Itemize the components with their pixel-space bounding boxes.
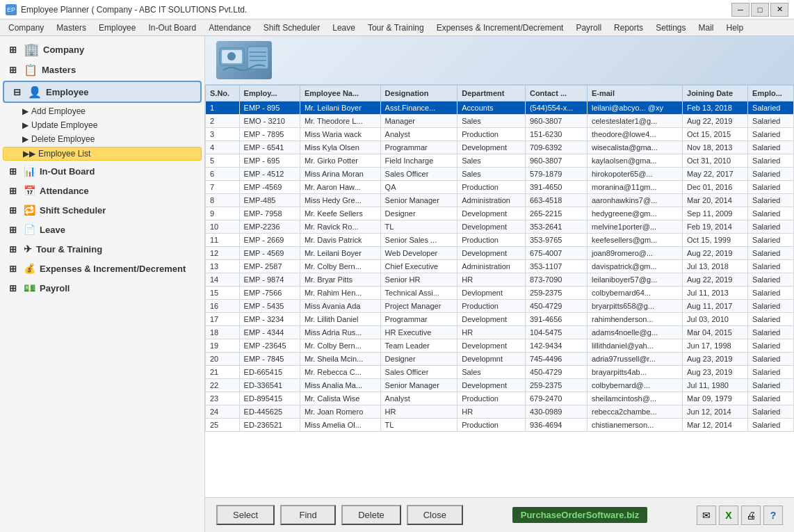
sidebar-item-employee[interactable]: ⊟ 👤 Employee (3, 81, 202, 103)
table-row[interactable]: 25ED-236521Miss Amelia Ol...TLProduction… (206, 419, 794, 432)
table-cell: lillithdaniel@yah... (587, 339, 682, 353)
sidebar-item-shift[interactable]: ⊞ 🔁 Shift Scheduler (0, 200, 204, 220)
menu-inout[interactable]: In-Out Board (143, 22, 202, 34)
sidebar-item-masters[interactable]: ⊞ 📋 Masters (0, 60, 204, 79)
table-row[interactable]: 23ED-895415Mr. Calista WiseAnalystProduc… (206, 392, 794, 405)
menu-expenses[interactable]: Expenses & Increment/Decrement (431, 22, 569, 34)
table-row[interactable]: 22ED-336541Miss Analia Ma...Senior Manag… (206, 379, 794, 392)
table-cell: Aug 22, 2019 (683, 273, 748, 287)
print-icon[interactable]: 🖨 (741, 506, 761, 525)
find-button[interactable]: Find (280, 505, 336, 525)
minimize-button[interactable]: ─ (731, 3, 750, 17)
sidebar-item-attendance[interactable]: ⊞ 📅 Attendance (0, 181, 204, 200)
menu-payroll[interactable]: Payroll (570, 22, 607, 34)
table-row[interactable]: 16EMP - 5435Miss Avania AdaProject Manag… (206, 300, 794, 313)
table-row[interactable]: 14EMP - 9874Mr. Bryar PittsSenior HRHR87… (206, 273, 794, 287)
table-cell: Feb 13, 2018 (683, 102, 748, 115)
masters-expand-icon: ⊞ (6, 63, 19, 76)
menu-tour[interactable]: Tour & Training (362, 22, 430, 34)
table-cell: celesteslater1@g... (587, 115, 682, 128)
table-cell: Chief Executive (380, 260, 457, 273)
table-cell: Senior Manager (380, 194, 457, 207)
table-row[interactable]: 12EMP - 4569Mr. Leilani BoyerWeb Develop… (206, 247, 794, 260)
table-cell: Sales (457, 115, 526, 128)
titlebar-controls[interactable]: ─ □ ✕ (731, 3, 788, 17)
table-row[interactable]: 1EMP - 895Mr. Leilani BoyerAsst.Finance.… (206, 102, 794, 115)
sidebar-item-leave[interactable]: ⊞ 📄 Leave (0, 220, 204, 239)
table-row[interactable]: 13EMP- 2587Mr. Colby Bern...Chief Execut… (206, 260, 794, 273)
shift-expand-icon: ⊞ (6, 203, 19, 217)
table-cell: Sales (457, 168, 526, 181)
close-button[interactable]: ✕ (770, 3, 788, 17)
table-row[interactable]: 8EMP-485Miss Hedy Gre...Senior ManagerAd… (206, 194, 794, 207)
table-row[interactable]: 5EMP - 695Mr. Girko PotterField Incharge… (206, 154, 794, 168)
sidebar-item-delete-employee[interactable]: ▶ Delete Employee (0, 132, 204, 146)
table-cell: HR Executive (380, 326, 457, 339)
menu-help[interactable]: Help (721, 22, 750, 34)
table-row[interactable]: 11EMP - 2669Mr. Davis PatrickSenior Sale… (206, 234, 794, 247)
menu-employee[interactable]: Employee (93, 22, 141, 34)
menu-shift[interactable]: Shift Scheduler (258, 22, 325, 34)
table-cell: Salaried (748, 326, 794, 339)
table-row[interactable]: 21ED-665415Mr. Rebecca C...Sales Officer… (206, 366, 794, 379)
email-icon[interactable]: ✉ (697, 506, 716, 525)
sidebar-item-inout[interactable]: ⊞ 📊 In-Out Board (0, 161, 204, 181)
sidebar-item-add-employee[interactable]: ▶ Add Employee (0, 104, 204, 118)
table-cell: Dec 01, 2016 (683, 181, 748, 194)
table-cell: 24 (206, 405, 240, 419)
table-row[interactable]: 3EMP - 7895Miss Waria wackAnalystProduct… (206, 128, 794, 141)
table-row[interactable]: 10EMP-2236Mr. Ravick Ro...TLDevelopment3… (206, 220, 794, 234)
sidebar-item-update-employee[interactable]: ▶ Update Employee (0, 118, 204, 132)
select-button[interactable]: Select (216, 505, 275, 525)
app-icon: EP (6, 4, 17, 15)
close-button[interactable]: Close (407, 505, 463, 525)
table-row[interactable]: 2EMO - 3210Mr. Theodore L...ManagerSales… (206, 115, 794, 128)
table-cell: hirokopoter65@... (587, 168, 682, 181)
sidebar-item-employee-list[interactable]: ▶▶ Employee List (3, 147, 202, 161)
table-cell: Mr. Rahim Hen... (300, 287, 380, 300)
table-cell: 7 (206, 181, 240, 194)
sidebar-label-update-employee: Update Employee (31, 120, 97, 130)
table-row[interactable]: 20EMP - 7845Mr. Sheila Mcin...DesignerDe… (206, 353, 794, 366)
menu-mail[interactable]: Mail (692, 22, 719, 34)
maximize-button[interactable]: □ (751, 3, 769, 17)
sidebar-item-tour[interactable]: ⊞ ✈ Tour & Training (0, 239, 204, 259)
table-row[interactable]: 6EMP - 4512Miss Arina MoranSales Officer… (206, 168, 794, 181)
table-cell: Mr. Leilani Boyer (300, 247, 380, 260)
table-cell: 259-2375 (525, 287, 587, 300)
menu-settings[interactable]: Settings (650, 22, 691, 34)
delete-button[interactable]: Delete (341, 505, 401, 525)
table-row[interactable]: 18EMP - 4344Miss Adria Rus...HR Executiv… (206, 326, 794, 339)
company-expand-icon: ⊞ (6, 42, 19, 56)
table-row[interactable]: 24ED-445625Mr. Joan RomeroHRHR430-0989re… (206, 405, 794, 419)
table-cell: 579-1879 (525, 168, 587, 181)
main-layout: ⊞ 🏢 Company ⊞ 📋 Masters ⊟ 👤 Employee ▶ A… (0, 36, 794, 532)
table-row[interactable]: 9EMP- 7958Mr. Keefe SellersDesignerDevel… (206, 207, 794, 220)
excel-icon[interactable]: X (719, 506, 738, 525)
table-row[interactable]: 15EMP -7566Mr. Rahim Hen...Technical Ass… (206, 287, 794, 300)
table-cell: Aug 23, 2019 (683, 353, 748, 366)
bottom-bar: Select Find Delete Close PurchaseOrderSo… (205, 497, 794, 532)
menu-reports[interactable]: Reports (608, 22, 649, 34)
menu-attendance[interactable]: Attendance (203, 22, 257, 34)
table-row[interactable]: 7EMP -4569Mr. Aaron Haw...QAProduction39… (206, 181, 794, 194)
col-contact: Contact ... (525, 86, 587, 102)
table-row[interactable]: 4EMP - 6541Miss Kyla OlsenProgrammarDeve… (206, 141, 794, 154)
table-cell: Development (457, 247, 526, 260)
table-row[interactable]: 19EMP -23645Mr. Colby Bern...Team Leader… (206, 339, 794, 353)
table-cell: EMP - 2669 (239, 234, 300, 247)
titlebar-left: EP Employee Planner ( Company - ABC IT S… (6, 4, 247, 15)
table-cell: Analyst (380, 392, 457, 405)
tour-expand-icon: ⊞ (6, 242, 19, 256)
sidebar-item-company[interactable]: ⊞ 🏢 Company (0, 39, 204, 60)
menu-masters[interactable]: Masters (51, 22, 92, 34)
table-cell: Designer (380, 353, 457, 366)
sidebar-item-payroll[interactable]: ⊞ 💵 Payroll (0, 278, 204, 298)
help-icon[interactable]: ? (763, 506, 783, 525)
sidebar-item-expenses[interactable]: ⊞ 💰 Expenses & Increment/Decrement (0, 259, 204, 278)
table-cell: 663-4518 (525, 194, 587, 207)
table-row[interactable]: 17EMP - 3234Mr. Lillith DanielProgrammar… (206, 313, 794, 326)
menu-company[interactable]: Company (3, 22, 49, 34)
sidebar-label-leave: Leave (40, 225, 65, 235)
menu-leave[interactable]: Leave (327, 22, 361, 34)
